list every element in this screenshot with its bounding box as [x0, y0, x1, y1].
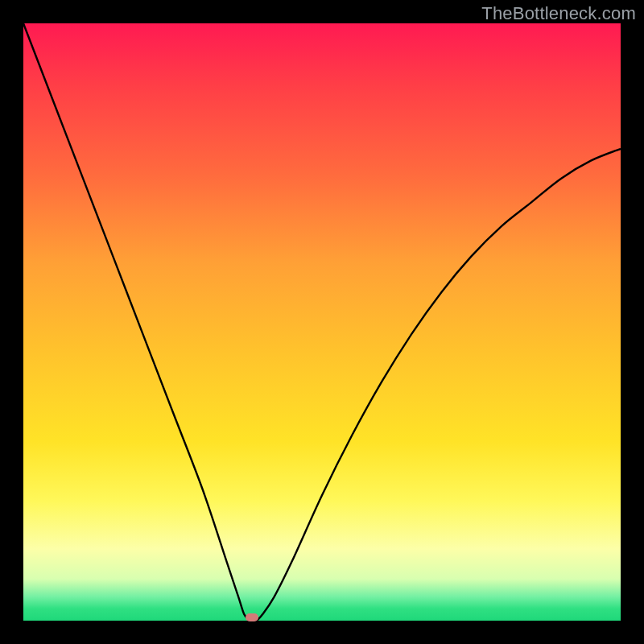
- watermark-text: TheBottleneck.com: [481, 3, 636, 24]
- plot-area: [23, 23, 621, 621]
- bottleneck-curve-path: [23, 23, 621, 621]
- curve-svg: [23, 23, 621, 621]
- chart-frame: TheBottleneck.com: [0, 0, 644, 644]
- optimum-marker: [246, 613, 258, 621]
